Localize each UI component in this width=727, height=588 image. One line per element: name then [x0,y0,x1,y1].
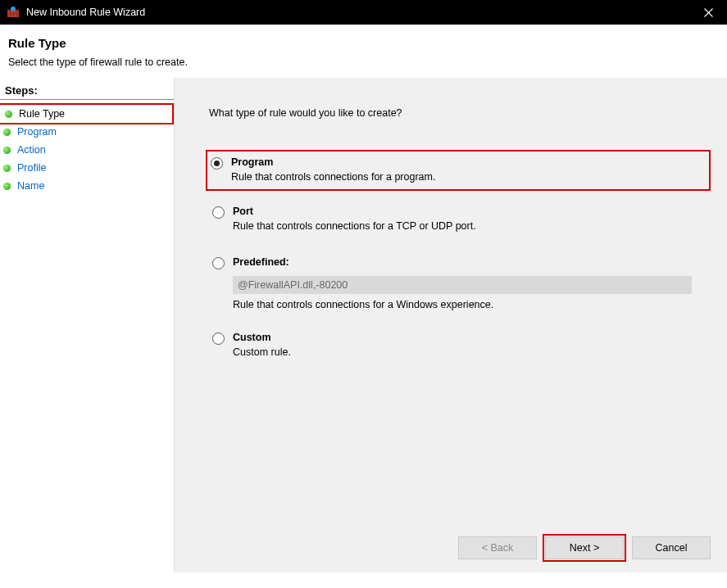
option-title: Predefined: [233,256,706,268]
step-bullet-icon [5,111,12,118]
cancel-button[interactable]: Cancel [632,536,711,559]
firewall-icon [7,6,20,19]
predefined-select[interactable] [233,276,692,294]
next-button[interactable]: Next > [545,536,624,559]
radio-port[interactable] [212,206,225,219]
svg-rect-3 [10,10,11,17]
titlebar: New Inbound Rule Wizard [0,0,727,25]
svg-point-6 [11,7,16,11]
sidebar-item-profile[interactable]: Profile [0,159,174,177]
option-program[interactable]: Program Rule that controls connections f… [206,150,711,191]
option-port[interactable]: Port Rule that controls connections for … [209,202,711,238]
rule-type-options: Program Rule that controls connections f… [209,150,711,364]
option-body: Program Rule that controls connections f… [231,156,704,183]
option-predefined[interactable]: Predefined: Rule that controls connectio… [209,253,711,317]
svg-rect-5 [16,10,17,17]
option-body: Port Rule that controls connections for … [233,206,706,232]
page-header: Rule Type Select the type of firewall ru… [0,25,727,78]
sidebar-item-rule-type[interactable]: Rule Type [0,103,174,124]
sidebar-item-program[interactable]: Program [0,123,174,141]
content: Steps: Rule Type Program Action Profile … [0,78,727,572]
sidebar-item-action[interactable]: Action [0,141,174,159]
step-bullet-icon [3,165,11,172]
sidebar-item-label: Name [17,180,44,192]
option-custom[interactable]: Custom Custom rule. [209,328,711,364]
page-title: Rule Type [8,36,719,50]
radio-custom[interactable] [212,332,225,345]
window-title: New Inbound Rule Wizard [26,7,689,18]
option-title: Port [233,206,706,217]
back-button: < Back [458,536,537,559]
step-bullet-icon [3,183,11,190]
option-desc: Rule that controls connections for a Win… [233,299,706,310]
option-desc: Custom rule. [233,346,706,358]
sidebar-item-label: Program [17,126,57,138]
radio-predefined[interactable] [212,257,225,269]
steps-sidebar: Steps: Rule Type Program Action Profile … [0,78,174,572]
close-icon [704,8,713,17]
option-desc: Rule that controls connections for a pro… [231,171,704,183]
wizard-buttons: < Back Next > Cancel [458,536,711,559]
page-subtitle: Select the type of firewall rule to crea… [8,57,719,68]
sidebar-item-label: Action [17,144,46,156]
step-bullet-icon [3,147,11,154]
option-body: Predefined: Rule that controls connectio… [233,256,706,310]
rule-type-question: What type of rule would you like to crea… [209,107,711,119]
option-title: Program [231,156,704,168]
sidebar-item-name[interactable]: Name [0,177,174,195]
radio-program[interactable] [211,157,223,170]
option-title: Custom [233,332,706,343]
main-panel: What type of rule would you like to crea… [174,78,727,572]
close-button[interactable] [689,0,727,25]
option-desc: Rule that controls connections for a TCP… [233,220,706,232]
step-bullet-icon [3,129,11,136]
sidebar-item-label: Rule Type [19,108,65,120]
option-body: Custom Custom rule. [233,332,706,358]
sidebar-item-label: Profile [17,162,46,174]
steps-label: Steps: [0,83,174,100]
